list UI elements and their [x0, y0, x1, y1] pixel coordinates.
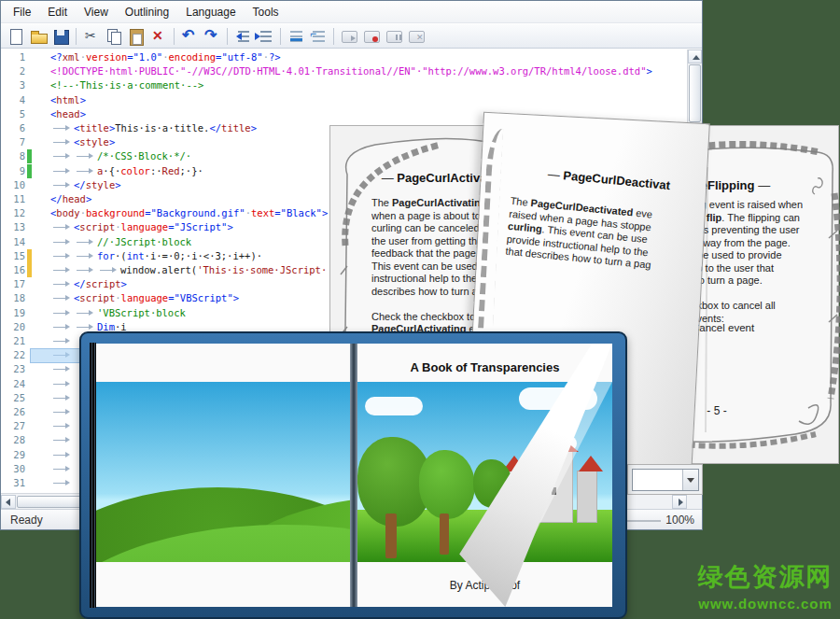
code-line[interactable]: 2<!DOCTYPE·html·PUBLIC·"-//W3C//DTD·HTML… — [1, 64, 689, 78]
token: Dim — [97, 321, 115, 332]
cut-icon[interactable] — [81, 26, 102, 47]
code-line[interactable]: 3<!--·This·is·a·comment·--> — [1, 78, 689, 92]
landscape-image-left — [96, 382, 350, 562]
line-number: 13 — [1, 220, 25, 234]
code-text — [50, 363, 74, 374]
token: > — [251, 122, 257, 134]
token: title — [221, 122, 251, 134]
token: script — [86, 278, 121, 289]
change-bar — [27, 192, 32, 206]
token: xml — [63, 51, 80, 63]
new-file-icon[interactable] — [6, 26, 26, 47]
change-bar — [27, 448, 32, 462]
menu-item-view[interactable]: View — [76, 3, 117, 21]
castle-roof — [579, 456, 603, 471]
title-dash: — — [382, 171, 394, 185]
tab-whitespace-icon — [50, 277, 74, 290]
scroll-right-icon[interactable] — [672, 495, 687, 509]
line-number: 31 — [1, 476, 25, 490]
code-text: /*·CSS·Block·*/· — [50, 150, 191, 162]
format-selection-icon[interactable] — [308, 26, 329, 47]
token: This·is·a·title. — [115, 122, 209, 134]
macro-play-icon[interactable] — [339, 26, 359, 47]
open-file-icon[interactable] — [28, 26, 49, 47]
toolbar-separator — [333, 28, 334, 45]
cancel-event-label: Cancel event — [692, 322, 754, 333]
page-selector-combobox[interactable] — [632, 469, 699, 491]
token: </ — [74, 278, 86, 289]
change-bar — [27, 348, 32, 362]
token: ·i — [115, 321, 127, 332]
token: > — [121, 278, 127, 289]
tab-whitespace-icon — [50, 320, 74, 333]
desktop: FileEditViewOutliningLanguageTools 1<?xm… — [0, 0, 840, 619]
toolbar-separator — [280, 28, 281, 45]
line-number: 23 — [1, 362, 25, 376]
change-bar — [27, 419, 32, 433]
line-number: 20 — [1, 320, 25, 334]
tab-whitespace-icon — [50, 448, 74, 461]
undo-icon[interactable] — [179, 26, 200, 47]
line-number: 29 — [1, 448, 25, 462]
redo-icon[interactable] — [202, 26, 222, 47]
token: background — [86, 207, 145, 218]
menu-item-file[interactable]: File — [5, 3, 39, 21]
chevron-down-icon[interactable] — [682, 470, 698, 490]
line-number: 8 — [1, 149, 25, 163]
tab-whitespace-icon — [50, 178, 74, 191]
tab-whitespace-icon — [50, 291, 74, 304]
token: :· — [150, 165, 162, 176]
code-line[interactable]: 4<html> — [1, 93, 689, 107]
macro-pause-icon[interactable] — [384, 26, 404, 47]
token: </ — [209, 122, 221, 134]
change-bar — [27, 93, 32, 107]
menu-item-tools[interactable]: Tools — [245, 3, 287, 21]
delete-icon[interactable] — [148, 26, 169, 47]
outdent-icon[interactable] — [255, 26, 275, 47]
turning-page-body: The PageCurlDeactivated everaised when a… — [505, 195, 697, 275]
line-number: 7 — [1, 135, 25, 149]
change-bar — [27, 377, 32, 391]
code-line[interactable]: 1<?xml·version="1.0"·encoding="utf-8"·?> — [1, 50, 689, 64]
change-bar — [27, 206, 32, 220]
token: ·i·=·0;·i·<·3;·i++)· — [145, 250, 262, 261]
token: </ — [74, 179, 86, 190]
watermark: 绿色资源网 www.downcc.com — [694, 560, 836, 612]
paste-icon[interactable] — [126, 26, 147, 47]
code-text: <script·language="VBScript"> — [50, 292, 239, 303]
change-bar — [27, 107, 32, 121]
code-text: <style> — [50, 136, 115, 148]
page-number: - 5 - — [696, 404, 737, 417]
menu-item-edit[interactable]: Edit — [39, 3, 76, 21]
book-left-page[interactable] — [96, 344, 350, 607]
code-text — [50, 449, 74, 460]
token: style — [86, 179, 116, 190]
page-bottom-band — [96, 562, 350, 607]
vertical-scrollbar-thumb[interactable] — [689, 64, 701, 122]
macro-record-icon[interactable] — [361, 26, 382, 47]
indent-icon[interactable] — [232, 26, 253, 47]
line-number: 16 — [1, 263, 25, 277]
macro-stop-icon[interactable] — [406, 26, 427, 47]
menu-item-outlining[interactable]: Outlining — [117, 3, 177, 21]
menu-bar: FileEditViewOutliningLanguageTools — [1, 1, 702, 23]
token: "Black" — [281, 207, 322, 218]
toolbar-separator — [227, 28, 228, 45]
line-number: 17 — [1, 277, 25, 291]
token: script — [79, 292, 115, 303]
scroll-left-icon[interactable] — [1, 495, 16, 509]
format-document-icon[interactable] — [286, 26, 306, 47]
menu-item-language[interactable]: Language — [177, 3, 244, 21]
tab-whitespace-icon — [50, 433, 74, 446]
token: html — [56, 94, 79, 106]
change-bar — [27, 249, 32, 263]
change-bar — [27, 263, 32, 277]
save-file-icon[interactable] — [50, 26, 71, 47]
change-bar — [27, 291, 32, 305]
copy-icon[interactable] — [104, 26, 124, 47]
scroll-up-icon[interactable] — [688, 49, 702, 63]
book-right-page[interactable]: A Book of Transparencies — [357, 344, 612, 607]
tree — [419, 450, 475, 519]
token: > — [227, 221, 232, 232]
line-number: 22 — [1, 348, 25, 362]
